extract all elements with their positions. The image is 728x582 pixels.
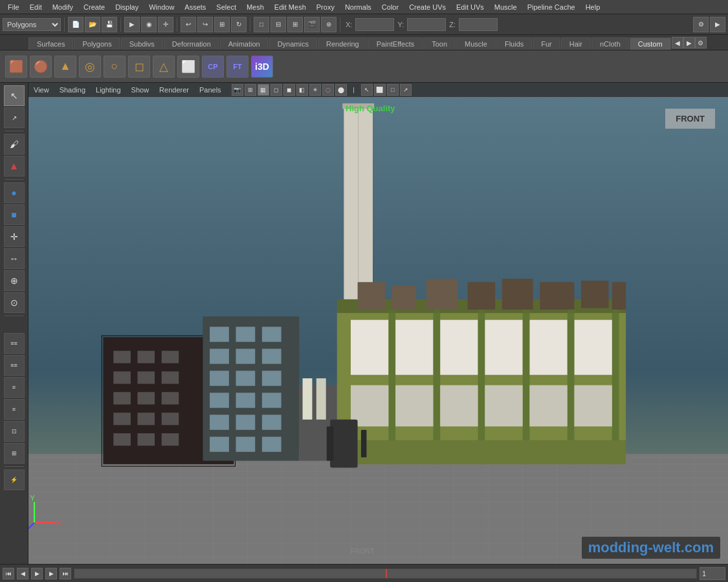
rotate-btn[interactable]: ↔: [4, 248, 25, 269]
cube-btn[interactable]: ■: [4, 204, 25, 225]
frame-input[interactable]: [700, 567, 725, 580]
shelf-tab-deformation[interactable]: Deformation: [164, 38, 219, 50]
menu-edit-uvs[interactable]: Edit UVs: [451, 2, 489, 12]
y-input[interactable]: [407, 18, 446, 31]
select-tool-btn[interactable]: ↖: [4, 85, 25, 106]
layer-btn-2[interactable]: ≡≡: [4, 355, 25, 376]
shelf-tab-polygons[interactable]: Polygons: [74, 38, 120, 50]
shelf-tab-toon[interactable]: Toon: [423, 38, 456, 50]
transform-btn[interactable]: ⊞: [214, 17, 230, 32]
vp-menu-shading[interactable]: Shading: [57, 85, 88, 95]
save-scene-btn[interactable]: 💾: [102, 17, 117, 32]
shelf-pyramid-icon[interactable]: △: [153, 56, 175, 78]
vp-icon-obj[interactable]: ⬜: [374, 84, 386, 96]
vp-icon-shaded[interactable]: ◼: [283, 84, 295, 96]
shelf-ft-icon[interactable]: FT: [226, 56, 248, 78]
vp-icon-bars[interactable]: ▦: [258, 84, 269, 96]
vp-menu-view[interactable]: View: [31, 85, 52, 95]
sculpt-btn[interactable]: ▲: [4, 156, 25, 177]
menu-normals[interactable]: Normals: [340, 2, 377, 12]
shelf-tab-rendering[interactable]: Rendering: [318, 38, 368, 50]
anim-prev-btn[interactable]: ◀: [17, 568, 28, 579]
shelf-tab-painteffects[interactable]: PaintEffects: [368, 38, 423, 50]
rotate-btn[interactable]: ↻: [231, 17, 247, 32]
vp-icon-wireframe[interactable]: ◻: [270, 84, 282, 96]
anim-play-btn[interactable]: ▶: [31, 568, 43, 579]
vp-icon-smooth[interactable]: ⬤: [335, 84, 347, 96]
vp-menu-renderer[interactable]: Renderer: [157, 85, 192, 95]
menu-modify[interactable]: Modify: [47, 2, 78, 12]
shelf-tab-surfaces[interactable]: Surfaces: [28, 38, 73, 50]
shelf-i3d-icon[interactable]: i3D: [251, 56, 273, 78]
vp-icon-camera[interactable]: 📷: [232, 84, 243, 96]
vp-menu-panels[interactable]: Panels: [197, 85, 224, 95]
cloth-btn[interactable]: ⊡: [4, 421, 25, 442]
layer-btn-3[interactable]: ≡: [4, 377, 25, 398]
shelf-tab-fur[interactable]: Fur: [533, 38, 560, 50]
vp-menu-show[interactable]: Show: [129, 85, 152, 95]
select-tool-btn[interactable]: ▶: [124, 17, 140, 32]
menu-muscle[interactable]: Muscle: [489, 2, 522, 12]
z-input[interactable]: [459, 18, 498, 31]
vp-icon-face[interactable]: □: [387, 84, 399, 96]
shelf-tab-hair[interactable]: Hair: [561, 38, 591, 50]
lasso-tool-btn[interactable]: ◉: [141, 17, 157, 32]
vp-icon-lighting-on[interactable]: ☀: [309, 84, 321, 96]
menu-proxy[interactable]: Proxy: [311, 2, 340, 12]
shelf-tab-muscle[interactable]: Muscle: [456, 38, 496, 50]
shelf-settings[interactable]: ⚙: [695, 37, 707, 48]
view-btn2[interactable]: ⊟: [270, 17, 286, 32]
vp-menu-lighting[interactable]: Lighting: [93, 85, 124, 95]
vp-icon-lighting-off[interactable]: ◌: [322, 84, 334, 96]
shelf-tab-subdivs[interactable]: Subdivs: [121, 38, 163, 50]
paint-select-btn[interactable]: ↗: [4, 107, 25, 128]
vp-icon-textured[interactable]: ◧: [296, 84, 308, 96]
shelf-tab-animation[interactable]: Animation: [220, 38, 269, 50]
shelf-scroll-left[interactable]: ◀: [672, 37, 683, 48]
polygon-mode-select[interactable]: Polygons: [3, 18, 61, 31]
redo-btn[interactable]: ↪: [197, 17, 213, 32]
menu-window[interactable]: Window: [144, 2, 179, 12]
menu-file[interactable]: File: [3, 2, 25, 12]
move-tool-btn[interactable]: ✛: [158, 17, 173, 32]
shelf-tab-ncloth[interactable]: nCloth: [591, 38, 629, 50]
vp-icon-share[interactable]: ↗: [400, 84, 412, 96]
shelf-scroll-right[interactable]: ▶: [683, 37, 695, 48]
time-track[interactable]: [74, 568, 697, 579]
shelf-tube-icon[interactable]: ⬜: [177, 56, 199, 78]
shelf-cylinder-icon[interactable]: 🟤: [30, 56, 52, 78]
shelf-torus-icon[interactable]: ◎: [79, 56, 101, 78]
menu-create[interactable]: Create: [78, 2, 110, 12]
view-btn1[interactable]: □: [254, 17, 269, 32]
shelf-tab-custom[interactable]: Custom: [630, 38, 671, 50]
shelf-tab-dynamics[interactable]: Dynamics: [269, 38, 317, 50]
menu-select[interactable]: Select: [211, 2, 241, 12]
menu-edit[interactable]: Edit: [25, 2, 47, 12]
new-scene-btn[interactable]: 📄: [68, 17, 83, 32]
menu-edit-mesh[interactable]: Edit Mesh: [269, 2, 311, 12]
layer-btn-1[interactable]: ≡≡: [4, 333, 25, 354]
view-btn4[interactable]: 🎬: [304, 17, 320, 32]
menu-help[interactable]: Help: [580, 2, 606, 12]
paint-brush-btn[interactable]: 🖌: [4, 134, 25, 155]
render-btn[interactable]: ▶: [710, 17, 725, 32]
vp-icon-grid[interactable]: ⊞: [245, 84, 256, 96]
layer-btn-4[interactable]: ≡: [4, 399, 25, 420]
shelf-tab-fluids[interactable]: Fluids: [496, 38, 532, 50]
last-tool-btn[interactable]: ⚡: [4, 469, 25, 490]
menu-mesh[interactable]: Mesh: [241, 2, 269, 12]
menu-assets[interactable]: Assets: [179, 2, 211, 12]
cloth-btn2[interactable]: ⊞: [4, 443, 25, 464]
render-settings-btn[interactable]: ⚙: [693, 17, 709, 32]
menu-color[interactable]: Color: [377, 2, 404, 12]
menu-display[interactable]: Display: [110, 2, 144, 12]
undo-btn[interactable]: ↩: [181, 17, 196, 32]
view-btn3[interactable]: ⊞: [287, 17, 303, 32]
shelf-plane-icon[interactable]: ◻: [128, 56, 150, 78]
shelf-circle-icon[interactable]: ○: [104, 56, 126, 78]
shelf-cp-icon[interactable]: CP: [202, 56, 224, 78]
anim-end-btn[interactable]: ⏭: [60, 568, 71, 579]
menu-pipeline-cache[interactable]: Pipeline Cache: [522, 2, 580, 12]
viewport[interactable]: X Y FRONT High Quality FRONT View Shadin…: [28, 83, 728, 564]
open-scene-btn[interactable]: 📂: [85, 17, 100, 32]
